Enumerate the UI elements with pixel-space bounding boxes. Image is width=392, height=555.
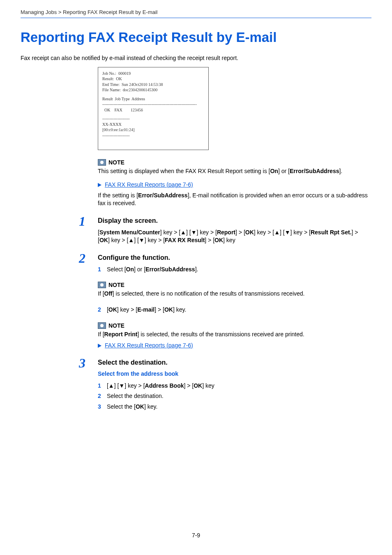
step2-sub1: 1 Select [On] or [Error/SubAddress]. <box>98 266 371 274</box>
sample-line: File Name: doc23042006145300 <box>102 87 204 93</box>
arrow-icon <box>98 344 101 348</box>
sample-line: ----------------------------------------… <box>102 102 204 107</box>
step-number-3: 3 <box>79 356 85 371</box>
substep-number: 3 <box>98 403 105 411</box>
step3-sub3: 3 Select the [OK] key. <box>98 403 371 411</box>
step3-subheading: Select from the address book <box>98 370 371 377</box>
step-2-title: Configure the function. <box>98 254 371 261</box>
fax-rx-report-link[interactable]: FAX RX Result Reports (page 7-6) <box>105 181 193 188</box>
page-title: Reporting FAX Receipt Result by E-mail <box>21 30 371 45</box>
sample-line: End Time: Sun 24Oct2010 14:53:38 <box>102 82 204 88</box>
header-rule <box>21 18 371 18</box>
note-label-text: NOTE <box>108 282 125 288</box>
step-number-1: 1 <box>79 214 85 229</box>
note-icon <box>98 322 106 329</box>
sample-line: Result Job Type Address <box>102 96 204 102</box>
step3-sub2: 2 Select the destination. <box>98 392 371 400</box>
step2-note2-text: If [Report Print] is selected, the resul… <box>98 331 371 338</box>
arrow-icon <box>98 183 101 187</box>
substep-number: 2 <box>98 306 105 314</box>
step3-sub1: 1 [▲] [▼] key > [Address Book] > [OK] ke… <box>98 382 371 390</box>
note-header: NOTE <box>98 159 125 166</box>
step2-note-text: If [Off] is selected, there is no notifi… <box>98 290 371 298</box>
note-icon <box>98 282 106 288</box>
sample-line: -------------------- <box>102 116 204 122</box>
sample-line: Job No.: 000019 <box>102 71 204 76</box>
substep-number: 2 <box>98 392 105 400</box>
substep-number: 1 <box>98 266 105 274</box>
substep-number: 1 <box>98 382 105 390</box>
step-number-2: 2 <box>79 251 85 266</box>
note1-text2: If the setting is [Error/SubAddress], E-… <box>98 192 371 207</box>
step-2: 2 Configure the function. 1 Select [On] … <box>98 254 371 349</box>
note-header: NOTE <box>98 322 125 329</box>
step-1-title: Display the screen. <box>98 217 371 224</box>
sample-line: OK FAX 123456 <box>102 107 204 113</box>
note1-text: This setting is displayed when the FAX R… <box>98 167 371 175</box>
note-header: NOTE <box>98 282 125 288</box>
link-row: FAX RX Result Reports (page 7-6) <box>98 342 371 349</box>
sample-line: XX-XXXX <box>102 122 204 127</box>
page-number: 7-9 <box>0 532 392 539</box>
step-1: 1 Display the screen. [System Menu/Count… <box>98 217 371 244</box>
step-1-body: [System Menu/Counter] key > [▲] [▼] key … <box>98 229 371 244</box>
fax-rx-report-link-2[interactable]: FAX RX Result Reports (page 7-6) <box>105 342 193 349</box>
step-3-title: Select the destination. <box>98 359 371 366</box>
step2-sub2: 2 [OK] key > [E-mail] > [OK] key. <box>98 306 371 314</box>
note-label-text: NOTE <box>108 159 125 166</box>
note-icon <box>98 159 106 166</box>
step-3: 3 Select the destination. Select from th… <box>98 359 371 411</box>
sample-line: -------------------- <box>102 133 204 139</box>
link-row: FAX RX Result Reports (page 7-6) <box>98 181 371 188</box>
breadcrumb: Managing Jobs > Reporting FAX Receipt Re… <box>21 9 371 18</box>
sample-line: Result: OK <box>102 76 204 82</box>
note-label-text: NOTE <box>108 322 125 329</box>
intro-text: Fax receipt can also be notified by e-ma… <box>21 54 371 62</box>
sample-line: [00:c0:ee:1a:01:24] <box>102 127 204 133</box>
email-sample-box: Job No.: 000019 Result: OK End Time: Sun… <box>98 67 209 150</box>
